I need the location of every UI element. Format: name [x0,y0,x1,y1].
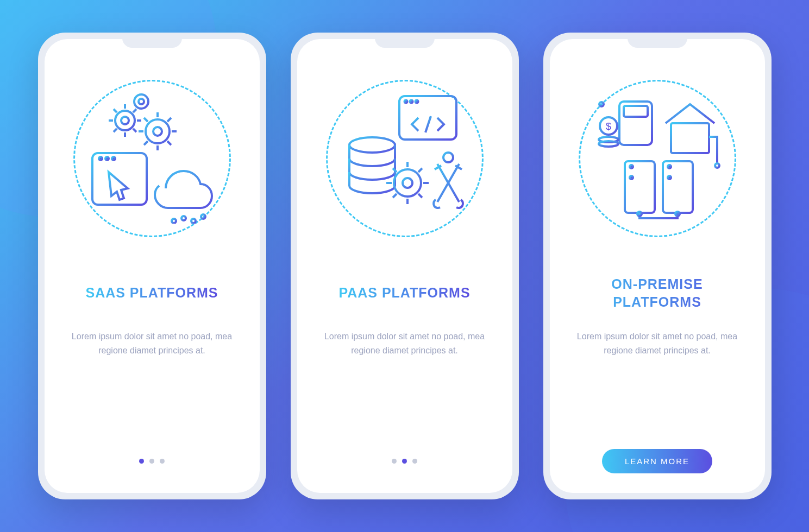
screen-body: Lorem ipsum dolor sit amet no poad, mea … [576,330,739,357]
svg-point-22 [410,100,412,103]
svg-rect-29 [624,106,648,117]
svg-point-38 [599,141,618,147]
screen-body: Lorem ipsum dolor sit amet no poad, mea … [71,330,234,357]
screen-title: ON-PREMISE PLATFORMS [569,275,746,311]
svg-point-27 [443,153,453,162]
svg-point-2 [146,119,170,143]
svg-point-59 [715,163,719,168]
svg-point-10 [112,157,115,160]
svg-point-26 [403,178,412,188]
paas-icon [340,93,470,224]
saas-icon [87,93,217,224]
onpremise-icon: $ [592,93,723,224]
svg-point-24 [349,137,395,153]
svg-point-5 [139,99,144,104]
phone-mockup-2: PAAS PLATFORMS Lorem ipsum dolor sit ame… [291,33,519,499]
cta-footer: LEARN MORE [569,448,746,474]
dot-2[interactable] [402,459,407,464]
onboarding-screen-2: PAAS PLATFORMS Lorem ipsum dolor sit ame… [297,39,512,493]
phone-mockup-3: $ ON-PREMISE PLATFORMS Lorem ipsum d [543,33,772,499]
dot-3[interactable] [412,459,417,464]
svg-point-14 [181,216,186,220]
page-indicator [64,448,241,474]
dot-3[interactable] [160,459,165,464]
svg-point-3 [153,127,162,136]
phone-notch [628,33,687,48]
svg-point-55 [668,165,671,168]
phone-mockup-1: SAAS PLATFORMS Lorem ipsum dolor sit ame… [38,33,266,499]
svg-point-48 [630,165,633,168]
svg-point-56 [668,176,671,179]
svg-point-23 [415,100,418,103]
screen-title: PAAS PLATFORMS [338,275,470,311]
illustration-circle: $ [579,80,736,237]
svg-point-9 [105,157,109,160]
svg-point-12 [172,219,176,223]
onboarding-screen-1: SAAS PLATFORMS Lorem ipsum dolor sit ame… [45,39,260,493]
svg-point-8 [99,157,102,160]
illustration-circle [326,80,484,237]
onboarding-screen-3: $ ON-PREMISE PLATFORMS Lorem ipsum d [550,39,765,493]
screen-body: Lorem ipsum dolor sit amet no poad, mea … [323,330,486,357]
svg-point-4 [134,94,148,109]
phone-notch [375,33,435,48]
svg-point-0 [115,111,135,130]
svg-point-18 [201,214,205,219]
svg-point-60 [599,102,604,106]
svg-point-49 [630,176,633,179]
learn-more-button[interactable]: LEARN MORE [602,449,712,473]
screen-title: SAAS PLATFORMS [85,275,218,311]
svg-point-16 [191,219,196,223]
dot-1[interactable] [392,459,397,464]
phone-notch [122,33,182,48]
svg-point-21 [404,100,407,103]
svg-point-1 [121,117,129,124]
svg-text:$: $ [605,121,611,132]
page-indicator [316,448,493,474]
dot-2[interactable] [149,459,154,464]
svg-point-25 [394,169,421,197]
dot-1[interactable] [139,459,144,464]
illustration-circle [73,80,231,237]
